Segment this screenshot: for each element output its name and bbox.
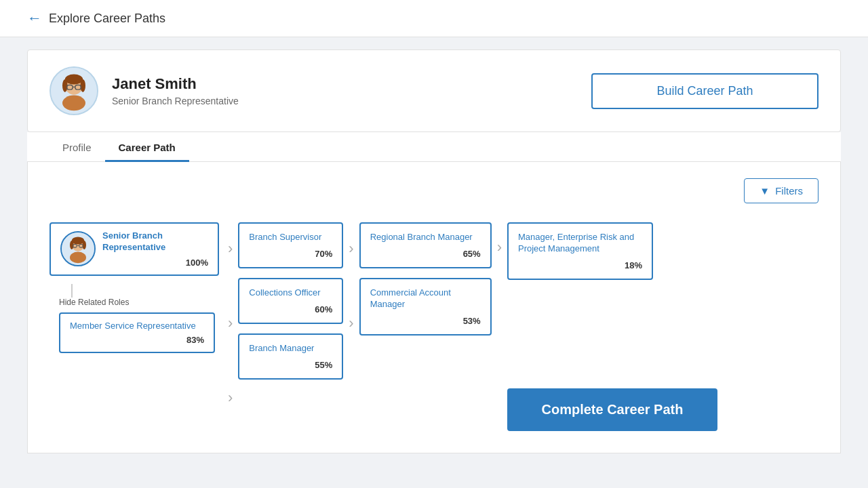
back-label: Explore Career Paths: [49, 12, 165, 26]
commercial-account-manager-name: Commercial Account Manager: [370, 287, 481, 310]
build-career-path-button[interactable]: Build Career Path: [591, 73, 818, 109]
col3-roles: Regional Branch Manager 65% Commercial A…: [359, 222, 492, 336]
arrow-right-col3-icon: ›: [497, 240, 502, 255]
enterprise-risk-pct: 18%: [518, 260, 642, 270]
arrow-col3-col4: ›: [492, 222, 507, 255]
commercial-account-manager-pct: 53%: [370, 316, 481, 326]
branch-supervisor-name: Branch Supervisor: [249, 232, 332, 243]
back-button[interactable]: ← Explore Career Paths: [27, 9, 165, 27]
related-role-name: Member Service Representative: [70, 321, 204, 331]
tab-career-path[interactable]: Career Path: [105, 132, 189, 162]
tab-profile[interactable]: Profile: [49, 132, 105, 162]
arrow-right-col2-icon-2: ›: [349, 316, 353, 331]
arrow-right-icon: ›: [228, 241, 233, 256]
arrow-right-col2-icon: ›: [349, 241, 353, 256]
commercial-account-manager-card[interactable]: Commercial Account Manager 53%: [359, 278, 492, 336]
top-bar: ← Explore Career Paths: [0, 0, 868, 37]
arrow-right-icon-3: ›: [228, 390, 233, 405]
regional-branch-manager-name: Regional Branch Manager: [370, 232, 481, 243]
regional-branch-manager-pct: 65%: [370, 249, 481, 259]
collections-officer-card[interactable]: Collections Officer 60%: [238, 278, 343, 324]
main-content: ▼ Filters: [27, 162, 841, 453]
branch-manager-name: Branch Manager: [249, 343, 332, 354]
related-role-pct: 83%: [70, 335, 204, 345]
profile-card: Janet Smith Senior Branch Representative…: [27, 49, 841, 132]
regional-branch-manager-card[interactable]: Regional Branch Manager 65%: [359, 222, 492, 268]
hide-related[interactable]: Hide Related Roles: [59, 298, 222, 307]
avatar: [50, 66, 98, 115]
branch-manager-pct: 55%: [249, 360, 332, 370]
profile-name: Janet Smith: [112, 75, 239, 93]
complete-career-path-button[interactable]: Complete Career Path: [507, 388, 717, 431]
arrow-right-icon-2: ›: [228, 316, 233, 331]
current-role-pct: 100%: [102, 258, 208, 268]
related-section: Hide Related Roles Member Service Repres…: [50, 284, 222, 353]
branch-supervisor-card[interactable]: Branch Supervisor 70%: [238, 222, 343, 268]
svg-point-3: [65, 74, 83, 84]
filters-button[interactable]: ▼ Filters: [744, 178, 818, 203]
collections-officer-pct: 60%: [249, 304, 332, 314]
filter-icon: ▼: [760, 185, 770, 197]
arrow-col2-col3: › ›: [343, 222, 359, 331]
tabs-bar: Profile Career Path: [27, 132, 841, 162]
profile-title: Senior Branch Representative: [112, 96, 239, 106]
member-service-card[interactable]: Member Service Representative 83%: [59, 312, 215, 353]
col1-current: Senior Branch Representative 100% Hide R…: [50, 222, 222, 353]
col2-roles: Branch Supervisor 70% Collections Office…: [238, 222, 343, 380]
current-role-avatar: [60, 231, 96, 266]
branch-manager-card[interactable]: Branch Manager 55%: [238, 333, 343, 380]
avatar-image: [51, 66, 97, 115]
branch-supervisor-pct: 70%: [249, 249, 332, 259]
enterprise-risk-name: Manager, Enterprise Risk and Project Man…: [518, 232, 642, 255]
current-role-card[interactable]: Senior Branch Representative 100%: [50, 222, 219, 276]
back-arrow-icon: ←: [27, 9, 42, 27]
enterprise-risk-card[interactable]: Manager, Enterprise Risk and Project Man…: [507, 222, 653, 280]
col4-section: Manager, Enterprise Risk and Project Man…: [507, 222, 717, 431]
svg-point-10: [70, 252, 86, 264]
career-diagram: Senior Branch Representative 100% Hide R…: [50, 222, 818, 431]
arrow-col1-col2: › › ›: [222, 222, 238, 405]
filters-label: Filters: [775, 185, 803, 197]
current-role-name: Senior Branch Representative: [102, 230, 208, 253]
svg-point-1: [62, 96, 85, 111]
collections-officer-name: Collections Officer: [249, 287, 332, 299]
svg-point-12: [72, 237, 84, 245]
